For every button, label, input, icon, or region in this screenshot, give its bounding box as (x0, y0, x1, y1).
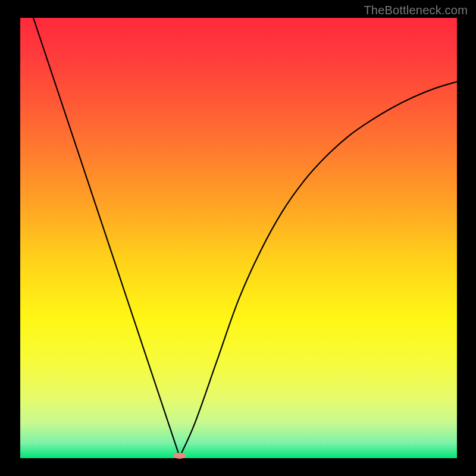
chart-svg (0, 0, 476, 476)
chart-frame: TheBottleneck.com (0, 0, 476, 476)
watermark-text: TheBottleneck.com (364, 4, 468, 17)
plot-background (20, 18, 457, 458)
min-marker (173, 453, 186, 459)
